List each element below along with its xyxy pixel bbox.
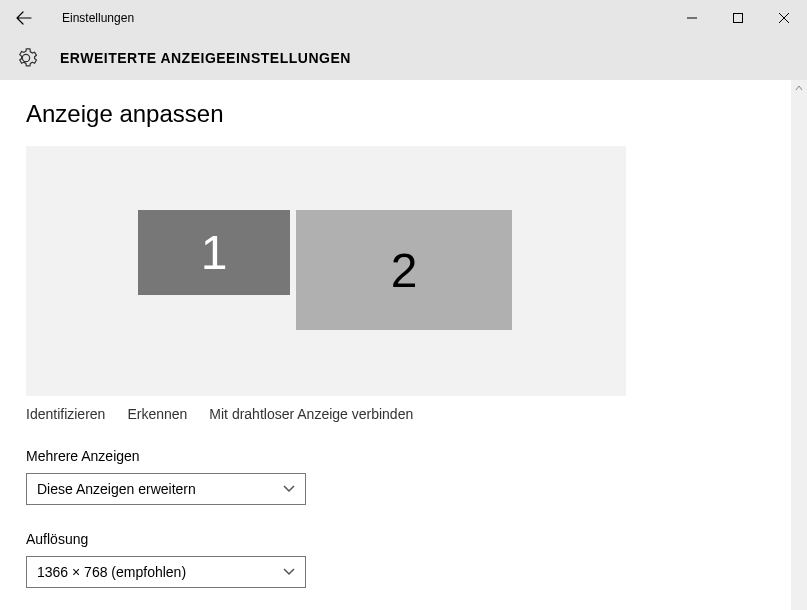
multiple-displays-dropdown[interactable]: Diese Anzeigen erweitern: [26, 473, 306, 505]
display-arrangement-canvas[interactable]: 1 2: [26, 146, 626, 396]
content-area: Anzeige anpassen 1 2 Identifizieren Erke…: [0, 80, 807, 610]
window-controls: [669, 0, 807, 35]
vertical-scrollbar[interactable]: [791, 80, 807, 610]
minimize-button[interactable]: [669, 0, 715, 35]
identify-link[interactable]: Identifizieren: [26, 406, 105, 422]
monitor-1[interactable]: 1: [138, 210, 290, 295]
action-links: Identifizieren Erkennen Mit drahtloser A…: [26, 406, 781, 422]
chevron-down-icon: [283, 568, 295, 576]
scroll-up-arrow[interactable]: [791, 80, 807, 96]
svg-rect-1: [734, 13, 743, 22]
multiple-displays-label: Mehrere Anzeigen: [26, 448, 781, 464]
page-header-title: ERWEITERTE ANZEIGEEINSTELLUNGEN: [60, 50, 351, 66]
minimize-icon: [687, 13, 697, 23]
multiple-displays-value: Diese Anzeigen erweitern: [37, 481, 196, 497]
window-title: Einstellungen: [62, 11, 134, 25]
resolution-dropdown[interactable]: 1366 × 768 (empfohlen): [26, 556, 306, 588]
back-arrow-icon: [16, 10, 32, 26]
chevron-up-icon: [795, 85, 803, 91]
detect-link[interactable]: Erkennen: [127, 406, 187, 422]
connect-wireless-link[interactable]: Mit drahtloser Anzeige verbinden: [209, 406, 413, 422]
monitor-2[interactable]: 2: [296, 210, 512, 330]
titlebar-left: Einstellungen: [0, 0, 134, 35]
back-button[interactable]: [0, 0, 48, 35]
resolution-value: 1366 × 768 (empfohlen): [37, 564, 186, 580]
maximize-icon: [733, 13, 743, 23]
chevron-down-icon: [283, 485, 295, 493]
gear-icon: [14, 46, 38, 70]
header-section: ERWEITERTE ANZEIGEEINSTELLUNGEN: [0, 36, 807, 80]
close-icon: [779, 13, 789, 23]
titlebar: Einstellungen: [0, 0, 807, 36]
maximize-button[interactable]: [715, 0, 761, 35]
close-button[interactable]: [761, 0, 807, 35]
main-heading: Anzeige anpassen: [26, 100, 781, 128]
resolution-label: Auflösung: [26, 531, 781, 547]
